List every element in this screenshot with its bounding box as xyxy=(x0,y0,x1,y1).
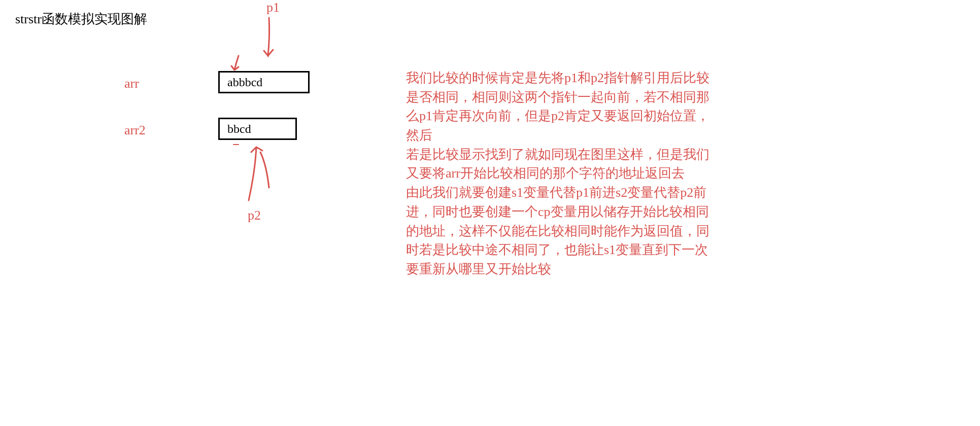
label-arr2: arr2 xyxy=(124,123,146,138)
label-p2: p2 xyxy=(248,208,261,223)
arrow-p1-down-icon xyxy=(228,15,289,71)
arrow-p2-up-icon xyxy=(231,139,282,205)
explanation-text: 我们比较的时候肯定是先将p1和p2指针解引用后比较是否相同，相同则这两个指针一起… xyxy=(406,68,721,279)
label-p1: p1 xyxy=(266,0,280,15)
box-arr2: bbcd xyxy=(218,118,297,140)
box-arr: abbbcd xyxy=(218,71,310,93)
label-arr: arr xyxy=(124,76,139,91)
diagram-title: strstr函数模拟实现图解 xyxy=(15,10,147,28)
